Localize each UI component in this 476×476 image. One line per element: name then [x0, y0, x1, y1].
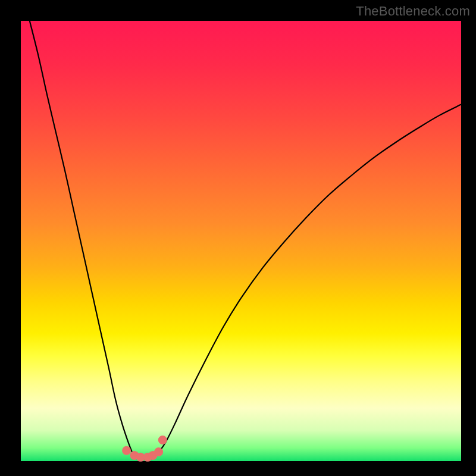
watermark-text: TheBottleneck.com — [356, 4, 470, 19]
curve-marker — [158, 436, 167, 444]
plot-area — [21, 21, 461, 461]
curve-right-branch — [159, 105, 461, 452]
curve-marker — [154, 447, 163, 456]
marker-group — [122, 436, 167, 462]
curve-marker — [122, 446, 131, 455]
chart-frame: TheBottleneck.com — [0, 0, 476, 476]
chart-svg — [21, 21, 461, 461]
curve-left-branch — [30, 21, 133, 455]
